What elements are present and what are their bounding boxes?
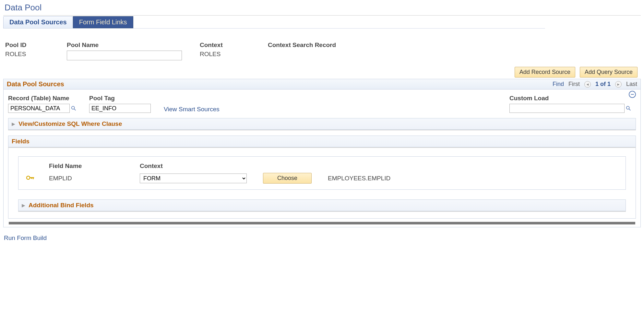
custom-load-input[interactable]	[509, 104, 625, 113]
field-name-header: Field Name	[49, 162, 133, 170]
prev-arrow-icon[interactable]: ◄	[584, 81, 591, 88]
action-buttons: Add Record Source Add Query Source	[3, 67, 641, 78]
sql-where-title: View/Customize SQL Where Clause	[18, 120, 122, 127]
find-link[interactable]: Find	[553, 81, 564, 88]
svg-rect-6	[33, 177, 34, 179]
tab-bar: Data Pool Sources Form Field Links	[3, 16, 545, 29]
bind-fields-section[interactable]: ▶ Additional Bind Fields	[18, 199, 626, 211]
field-mapping: EMPLOYEES.EMPLID	[328, 175, 618, 182]
nav-first: First	[568, 81, 580, 88]
svg-point-0	[72, 106, 75, 109]
expand-icon: ▶	[12, 121, 15, 126]
svg-line-3	[629, 109, 631, 111]
bind-fields-title: Additional Bind Fields	[29, 202, 94, 209]
svg-point-4	[27, 176, 30, 179]
scrollbar[interactable]	[9, 222, 635, 224]
field-row: EMPLID FORM Choose EMPLOYEES.EMPLID	[26, 173, 618, 184]
svg-line-1	[74, 109, 76, 111]
source-row: Record (Table) Name Pool Tag View Smart …	[8, 95, 636, 113]
view-smart-sources-link[interactable]: View Smart Sources	[164, 106, 261, 113]
custom-load-label: Custom Load	[509, 95, 636, 102]
collapse-icon[interactable]: −	[629, 91, 636, 98]
nav-last: Last	[626, 81, 637, 88]
pool-id-label: Pool ID	[5, 42, 54, 49]
form-header: Pool ID ROLES Pool Name Context ROLES Co…	[5, 42, 639, 60]
context-search-record-label: Context Search Record	[268, 42, 336, 49]
field-context-header: Context	[140, 162, 256, 170]
run-form-build-link[interactable]: Run Form Build	[4, 234, 47, 242]
tab-data-pool-sources[interactable]: Data Pool Sources	[3, 16, 73, 28]
lookup-icon[interactable]	[626, 105, 631, 111]
choose-button[interactable]: Choose	[263, 173, 312, 184]
grid-title: Data Pool Sources	[7, 80, 64, 88]
sql-where-section[interactable]: ▶ View/Customize SQL Where Clause	[8, 118, 636, 130]
next-arrow-icon[interactable]: ►	[615, 81, 622, 88]
pool-id-value: ROLES	[5, 51, 54, 58]
expand-icon: ▶	[22, 203, 25, 208]
grid-header: Data Pool Sources Find First ◄ 1 of 1 ► …	[3, 79, 641, 90]
svg-point-2	[626, 106, 629, 109]
nav-position: 1 of 1	[595, 81, 611, 88]
key-icon	[26, 174, 42, 182]
pool-tag-input[interactable]	[89, 104, 151, 113]
field-name-value: EMPLID	[49, 175, 133, 182]
pool-tag-label: Pool Tag	[89, 95, 157, 102]
field-context-select[interactable]: FORM	[140, 174, 247, 183]
add-record-source-button[interactable]: Add Record Source	[515, 67, 575, 78]
context-label: Context	[200, 42, 255, 49]
tab-form-field-links[interactable]: Form Field Links	[73, 16, 133, 28]
grid-body: − Record (Table) Name Pool Tag View Smar…	[3, 90, 641, 227]
fields-title: Fields	[12, 138, 30, 145]
record-name-label: Record (Table) Name	[8, 95, 83, 102]
record-name-input[interactable]	[8, 104, 70, 113]
pool-name-input[interactable]	[67, 51, 182, 60]
context-value: ROLES	[200, 51, 255, 58]
fields-box: Field Name Context EMPLID FORM Choose EM…	[18, 156, 626, 190]
fields-section-header: Fields	[8, 136, 636, 147]
add-query-source-button[interactable]: Add Query Source	[580, 67, 638, 78]
pool-name-label: Pool Name	[67, 42, 187, 49]
svg-rect-7	[31, 177, 32, 179]
lookup-icon[interactable]	[71, 105, 77, 111]
page-title: Data Pool	[5, 3, 641, 13]
grid-nav: Find First ◄ 1 of 1 ► Last	[553, 81, 637, 88]
divider	[3, 15, 641, 16]
